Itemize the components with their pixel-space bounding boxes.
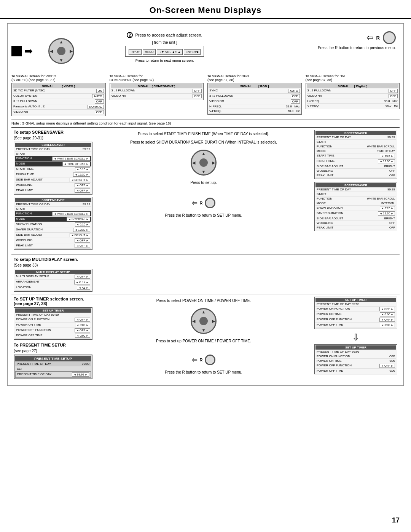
signal-section: To SIGNAL screen for VIDEO(S VIDEO) (see…: [11, 71, 400, 120]
ms-title: MULTI DISPLAY SETUP: [15, 270, 91, 274]
input-button[interactable]: INPUT: [129, 49, 142, 55]
signal-row: COLOR SYSTEMAUTO: [13, 94, 105, 99]
ss1-sidebar-row: SIDE BAR ADJUST◄BRIGHT►: [15, 177, 91, 183]
signal-col-video: To SIGNAL screen for VIDEO(S VIDEO) (see…: [11, 74, 106, 116]
ssr2-wobbling: WOBBLINGOFF: [315, 221, 396, 225]
signal-col-dvi: To SIGNAL screen for DVI(see page 37, 38…: [306, 74, 400, 116]
ms-arrangement-row: ARRANGEMENT◄2：2►: [15, 280, 91, 285]
press-next-text: Press to return to next menu screen.: [125, 58, 204, 62]
timer-right-screen2: SET UP TIMER PRESENT TIME OF DAY 99:99 P…: [314, 344, 397, 374]
ss2-title: SCREENSAVER: [15, 198, 91, 202]
timer-dial-left: ◀: [192, 319, 195, 324]
ts1-present: PRESENT TIME OF DAY 99:99: [15, 313, 91, 317]
trs2-power-on-fn: POWER ON FUNCTIONOFF: [315, 354, 396, 359]
ssr2-function: FUNCTIONWHITE BAR SCROLL: [315, 197, 396, 201]
ss-dial-right: ▶: [212, 160, 215, 165]
from-unit-box: INPUT MENU −/▼ VOL ▲/+▲ ENTER/■: [125, 46, 204, 57]
top-section: ➡ ▲ ▼ ◀ ▶ 2 Press to access each adjust …: [11, 27, 400, 71]
ssr2-peaklimit: PEAK LIMITOFF: [315, 225, 396, 230]
screensaver-right: SCREENSAVER PRESENT TIME OF DAY99:99 STA…: [312, 128, 400, 254]
ss1-mode-row: MODE◄TIME OF DAY►: [15, 161, 91, 167]
signal-component-screen: SIGNAL [ COMPONENT ] 3 : 2 PULLDOWNOFF V…: [110, 83, 204, 100]
timer-dial-control[interactable]: ▲ ▼ ◀ ▶: [191, 308, 217, 334]
trs1-present: PRESENT TIME OF DAY 99:99: [315, 302, 396, 307]
ssr1-wobbling: WOBBLINGOFF: [315, 169, 396, 173]
ssr2-title: SCREENSAVER: [315, 183, 396, 187]
ts1-power-off-fn: POWER OFF FUNCTION◄OFF►: [15, 328, 91, 333]
signal-note: Note : SIGNAL setup menu displays a diff…: [11, 120, 400, 128]
ss1-start-row: START: [15, 152, 91, 156]
ssr1-finishtime: FINISH TIME◄12:30►: [315, 159, 396, 164]
trs2-power-off-time: POWER OFF TIME0:00: [315, 369, 396, 373]
main-content-border: ➡ ▲ ▼ ◀ ▶ 2 Press to access each adjust …: [7, 23, 404, 386]
signal-dvi-screen-title: SIGNAL [ Digital ]: [307, 84, 399, 88]
ssr1-starttime: START TIME◄6:15►: [315, 153, 396, 159]
timer-left: To SET UP TIMER selection screen. (see p…: [11, 294, 95, 382]
ss-r-label: R: [200, 201, 203, 205]
ss-dial-up: ▲: [202, 151, 206, 156]
signal-video-title: To SIGNAL screen for VIDEO(S VIDEO) (see…: [11, 74, 106, 82]
timer-right: SET UP TIMER PRESENT TIME OF DAY 99:99 P…: [312, 294, 400, 382]
ss-dial-inner: [199, 158, 208, 167]
ms-location-row: LOCATION◄A1►: [15, 285, 91, 291]
dial-control[interactable]: ▲ ▼ ◀ ▶: [48, 38, 74, 64]
ss2-peaklimit-row: PEAK LIMIT◄OFF►: [15, 243, 91, 249]
signal-row: V-FREQ.60.0 Hz: [209, 109, 301, 113]
multidisplay-section: To setup MULTIDISPLAY screen. (See page …: [11, 255, 400, 294]
trs2-title: SET UP TIMER: [315, 345, 396, 350]
vol-button[interactable]: −/▼ VOL ▲/+▲: [157, 49, 183, 55]
ssr2-sidebar: SIDE BAR ADJUSTBRIGHT: [315, 216, 396, 221]
ss2-start-row: START: [15, 207, 91, 211]
timer-down-arrow: ⇩: [314, 332, 397, 343]
screensaver-subtitle: (See page 29-31): [14, 136, 92, 140]
multidisplay-left: To setup MULTIDISPLAY screen. (See page …: [11, 255, 95, 294]
ssr2-showdur: SHOW DURATION◄6:15►: [315, 206, 396, 211]
signal-col-component: To SIGNAL screen forCOMPONENT (see page …: [110, 74, 204, 116]
enter-button[interactable]: ENTER/■: [184, 49, 201, 55]
timer-r-button[interactable]: [205, 355, 215, 365]
timer-section: To SET UP TIMER selection screen. (see p…: [11, 294, 400, 382]
ss2-saverdur-row: SAVER DURATION◄12:30►: [15, 227, 91, 233]
ssr1-start: START: [315, 140, 396, 144]
pts-present-row: PRESENT TIME OF DAY99:99: [15, 361, 91, 366]
screensaver-section: To setup SCREENSAVER (See page 29-31) SC…: [11, 128, 400, 255]
ss2-function-row: FUNCTION◄WHITE BAR SCROLL►: [15, 211, 91, 217]
ss1-wobbling-row: WOBBLING◄OFF►: [15, 183, 91, 188]
ss2-mode-row: MODE◄INTERVAL►: [15, 217, 91, 222]
ts1-power-off-time: POWER OFF TIME◄0:00►: [15, 333, 91, 339]
page-title: On-Screen Menu Displays: [0, 0, 411, 19]
signal-rgb-screen: SIGNAL [ RGB ] SYNCAUTO 3 : 2 PULLDOWNOF…: [207, 83, 302, 115]
ss1-finishtime-row: FINISH TIME◄12:30►: [15, 172, 91, 177]
ts1-title: SET UP TIMER: [15, 308, 91, 313]
black-square-icon: [11, 46, 22, 56]
ss-right-screen1: SCREENSAVER PRESENT TIME OF DAY99:99 STA…: [314, 130, 397, 179]
timer-dial-right: ▶: [212, 319, 215, 324]
timer-press-setup-text: Press to set up POWER ON TIME / POWER OF…: [156, 339, 251, 344]
signal-rgb-screen-title: SIGNAL [ RGB ]: [209, 84, 301, 88]
ss-dial-control[interactable]: ▲ ▼ ◀ ▶: [191, 150, 217, 176]
signal-rgb-title: To SIGNAL screen for RGB(see page 37, 38…: [207, 74, 302, 82]
timer-r-label: R: [200, 358, 203, 362]
present-time-screen: PRESENT TIME SETUP PRESENT TIME OF DAY99…: [14, 355, 92, 379]
timer-title: To SET UP TIMER selection screen. (see p…: [14, 297, 92, 306]
ss-r-button[interactable]: [205, 198, 215, 208]
menu-button[interactable]: MENU: [143, 49, 156, 55]
dial-right-arrow: ▶: [70, 49, 73, 54]
ss1-starttime-row: START TIME◄6:15►: [15, 167, 91, 172]
multidisplay-subtitle: (See page 33): [14, 263, 92, 267]
ssr1-sidebar: SIDE BAR ADJUSTBRIGHT: [315, 164, 396, 169]
trs2-power-off-fn: POWER OFF FUNCTION◄OFF►: [315, 363, 396, 369]
ms-setup-row: MULTI DISPLAY SETUP◄OFF►: [15, 274, 91, 280]
ss1-peaklimit-row: PEAK LIMIT◄OFF►: [15, 188, 91, 193]
signal-col-rgb: To SIGNAL screen for RGB(see page 37, 38…: [207, 74, 302, 116]
timer-dial-down: ▼: [202, 328, 206, 332]
ss-return-arrow: ⇦: [192, 199, 198, 207]
ssr1-title: SCREENSAVER: [315, 131, 396, 135]
step-number: 2: [127, 32, 133, 38]
trs1-power-on-fn: POWER ON FUNCTION◄OFF►: [315, 307, 396, 312]
trs1-title: SET UP TIMER: [315, 298, 396, 302]
ss1-function-row: FUNCTION◄WHITE BAR SCROLL►: [15, 156, 91, 161]
signal-row: VIDEO NROFF: [307, 94, 399, 99]
ssr2-start: START: [315, 192, 396, 197]
r-button[interactable]: [383, 31, 396, 44]
